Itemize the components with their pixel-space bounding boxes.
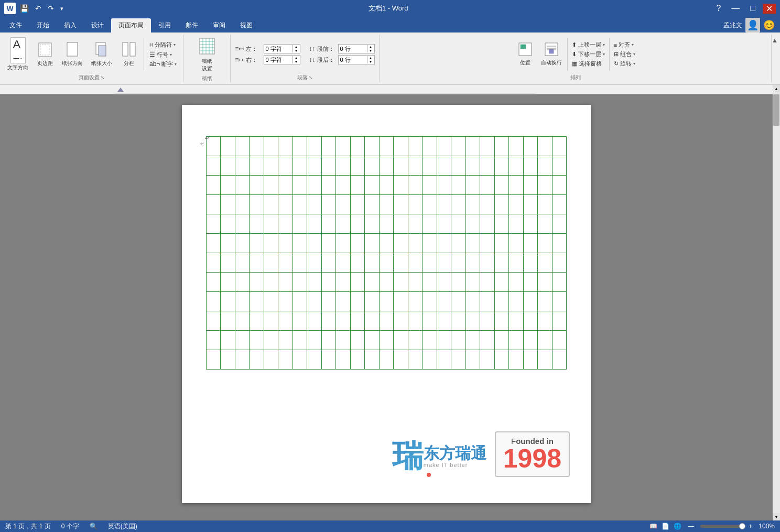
minimize-button[interactable]: — (728, 4, 743, 13)
page-size-icon (94, 41, 109, 59)
draft-cell (422, 156, 437, 175)
margins-button[interactable]: 页边距 (34, 40, 57, 69)
draft-cell (480, 156, 494, 175)
tab-review[interactable]: 审阅 (205, 18, 233, 32)
before-spacing-input[interactable] (339, 46, 367, 52)
svg-rect-5 (67, 42, 78, 56)
tab-design[interactable]: 设计 (84, 18, 111, 32)
columns-button[interactable]: 分栏 (117, 40, 140, 69)
view-icon-web[interactable]: 🌐 (674, 523, 681, 530)
right-indent-input[interactable] (264, 57, 292, 63)
document-scroll-area[interactable]: ↵ ↵ (0, 94, 773, 520)
draft-row (207, 273, 566, 292)
separator-label: 分隔符 (155, 41, 172, 49)
ribbon-divider-1 (144, 38, 144, 71)
maximize-button[interactable]: □ (747, 4, 759, 13)
draft-cell (207, 137, 221, 156)
vertical-scrollbar[interactable]: ▲ ▼ (773, 85, 780, 520)
draft-buttons: 稿纸 设置 (196, 36, 219, 74)
after-spacing-icon: ↕↓ (309, 56, 315, 63)
document-page: ↵ ↵ (182, 105, 591, 503)
select-pane-button[interactable]: ▦ 选择窗格 (570, 59, 607, 68)
zoom-plus-button[interactable]: + (746, 523, 754, 530)
before-spacing-down[interactable]: ▼ (367, 49, 373, 52)
text-direction-button[interactable]: A⟵→ 文字方向 (4, 36, 31, 73)
after-spacing-down[interactable]: ▼ (367, 60, 373, 63)
user-avatar[interactable]: 👤 (745, 18, 760, 32)
user-name: 孟兆文 (723, 21, 742, 30)
paragraph-expand[interactable]: ⤡ (309, 75, 313, 80)
proof-icon: 🔍 (90, 523, 98, 530)
draft-cell (235, 137, 250, 156)
draft-cell (552, 156, 566, 175)
collapse-ribbon-button[interactable]: ▲ (772, 37, 778, 44)
bring-forward-button[interactable]: ⬆ 上移一层 ▾ (570, 40, 607, 49)
send-backward-button[interactable]: ⬇ 下移一层 ▾ (570, 50, 607, 59)
draft-setup-button[interactable]: 稿纸 设置 (196, 36, 219, 74)
draft-cell (466, 137, 480, 156)
separator-button[interactable]: ⌗ 分隔符 ▾ (147, 40, 179, 50)
tab-home[interactable]: 开始 (29, 18, 57, 32)
logo-dongfang-text: 东方瑞通 (424, 444, 486, 462)
orientation-button[interactable]: 纸张方向 (59, 40, 86, 69)
tab-file[interactable]: 文件 (2, 18, 29, 32)
scroll-thumb[interactable] (773, 94, 779, 126)
line-num-button[interactable]: ☰ 行号 ▾ (147, 50, 179, 59)
scroll-down-button[interactable]: ▼ (773, 513, 780, 520)
redo-button[interactable]: ↷ (46, 3, 56, 14)
position-label: 位置 (520, 59, 530, 67)
tab-view[interactable]: 视图 (233, 18, 260, 32)
ribbon-group-paragraph: ≡↤ 左： ▲ ▼ ≡↦ 右： (231, 35, 380, 82)
paragraph-label-text: 段落 (297, 74, 308, 81)
help-button[interactable]: ? (713, 4, 724, 13)
after-spacing-spinner: ▲ ▼ (367, 56, 373, 63)
draft-cell (307, 156, 321, 175)
quick-save-button[interactable]: 💾 (18, 3, 31, 14)
draft-cell (408, 137, 422, 156)
zoom-minus-button[interactable]: — (686, 523, 696, 530)
draft-label-1: 稿纸 (202, 58, 212, 65)
zoom-level[interactable]: 100% (759, 523, 775, 530)
left-indent-input[interactable] (264, 46, 292, 52)
after-spacing-input[interactable] (339, 57, 367, 63)
view-icon-read[interactable]: 📖 (649, 523, 657, 530)
position-button[interactable]: 位置 (514, 40, 537, 68)
tab-insert[interactable]: 插入 (57, 18, 84, 32)
tab-mailings[interactable]: 邮件 (178, 18, 205, 32)
undo-button[interactable]: ↶ (33, 3, 44, 14)
group-button[interactable]: ⊞ 组合 ▾ (612, 50, 637, 59)
page-size-button[interactable]: 纸张大小 (88, 40, 115, 69)
align-button[interactable]: ≡ 对齐 ▾ (612, 40, 637, 49)
draft-cell (365, 156, 379, 175)
right-indent-down[interactable]: ▼ (293, 60, 299, 63)
before-spacing-up[interactable]: ▲ (367, 45, 373, 49)
after-spacing-up[interactable]: ▲ (367, 56, 373, 60)
rotate-button[interactable]: ↻ 旋转 ▾ (612, 59, 637, 68)
line-num-label: 行号 (157, 51, 168, 59)
zoom-slider-thumb[interactable] (739, 523, 745, 529)
tab-page-layout[interactable]: 页面布局 (111, 18, 151, 32)
ribbon-tab-bar: 文件 开始 插入 设计 页面布局 引用 邮件 审阅 视图 孟兆文 👤 😊 (0, 17, 780, 32)
auto-wrap-button[interactable]: 自动换行 (538, 40, 565, 68)
draft-cell (509, 137, 523, 156)
scroll-up-button[interactable]: ▲ (773, 85, 780, 92)
left-indent-up[interactable]: ▲ (293, 45, 299, 49)
align-label: 对齐 (619, 41, 630, 49)
draft-cell (451, 137, 465, 156)
founded-box: Founded in 1998 (495, 431, 570, 477)
page-setup-expand[interactable]: ⤡ (101, 75, 105, 80)
view-icon-print[interactable]: 📄 (662, 523, 669, 530)
group-label: 组合 (620, 50, 632, 58)
zoom-slider[interactable] (700, 525, 742, 528)
tab-references[interactable]: 引用 (151, 18, 178, 32)
select-pane-label: 选择窗格 (579, 60, 602, 68)
draft-cell (278, 156, 292, 175)
left-indent-down[interactable]: ▼ (293, 49, 299, 52)
page-setup-buttons: A⟵→ 文字方向 页边距 (4, 36, 179, 73)
language[interactable]: 英语(美国) (108, 522, 137, 531)
draft-row (207, 156, 566, 176)
small-buttons-col: ⌗ 分隔符 ▾ ☰ 行号 ▾ ab¬ 断字 ▾ (147, 40, 179, 69)
right-indent-up[interactable]: ▲ (293, 56, 299, 60)
hyphenation-button[interactable]: ab¬ 断字 ▾ (147, 60, 179, 69)
close-button[interactable]: ✕ (763, 4, 776, 14)
